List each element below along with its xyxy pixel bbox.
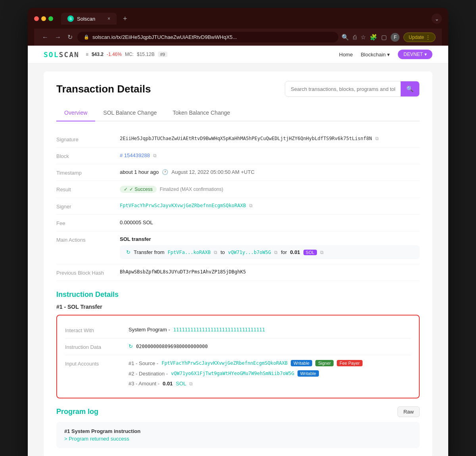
- site-header: SOLSCAN ≡ $43.2 -1.46% MC: $15.12B #9 Ho…: [28, 46, 448, 63]
- account-3-num: #3 - Amount -: [129, 381, 159, 387]
- address-text: solscan.io/tx/2EiiHe5JqpbJTUChaeZwUiAEtR…: [92, 34, 237, 40]
- market-cap: $15.12B: [137, 52, 155, 57]
- signature-label: Signature: [56, 136, 120, 142]
- result-label: Result: [56, 186, 120, 192]
- profile-nav-icon[interactable]: F: [391, 33, 399, 42]
- timestamp-row: Timestamp about 1 hour ago 🕐 August 12, …: [56, 164, 420, 181]
- price-info: ≡ $43.2 -1.46% MC: $15.12B #9: [86, 52, 167, 57]
- transfer-to-address[interactable]: vQW71y...b7oW5G: [228, 250, 271, 255]
- transfer-from-address[interactable]: FptVFa...koRAXB: [168, 250, 211, 255]
- close-traffic-light[interactable]: [34, 16, 39, 21]
- interact-address[interactable]: 11111111111111111111111111111111: [173, 327, 265, 333]
- search-nav-icon[interactable]: 🔍: [342, 34, 349, 41]
- browser-more-btn[interactable]: ⌄: [432, 13, 442, 24]
- tab-token-balance-change[interactable]: Token Balance Change: [165, 105, 238, 121]
- search-button[interactable]: 🔍: [401, 81, 419, 96]
- nav-refresh-button[interactable]: ↻: [66, 33, 74, 42]
- signer-address[interactable]: FptVFacYhPrwScJayvKXvwjGeZRbefnnEcgmSQko…: [120, 203, 246, 208]
- main-actions-value: SOL transfer ↻ Transfer from FptVFa...ko…: [120, 236, 420, 259]
- timestamp-label: Timestamp: [56, 169, 120, 176]
- maximize-traffic-light[interactable]: [48, 16, 53, 21]
- block-link[interactable]: # 154439288: [120, 152, 150, 158]
- bookmark-nav-icon[interactable]: ☆: [361, 34, 366, 41]
- transfer-to-label: to: [221, 249, 225, 255]
- search-input[interactable]: [285, 83, 401, 95]
- fee-row: Fee 0.000005 SOL: [56, 215, 420, 231]
- new-tab-button[interactable]: +: [120, 13, 131, 25]
- fee-value: 0.000005 SOL: [120, 219, 420, 225]
- tab-bar: S Solscan × +: [61, 13, 428, 25]
- account-row-1: #1 - Source - FptVFacYhPrwScJayvKXvwjGeZ…: [129, 360, 363, 366]
- share-nav-icon[interactable]: ⎙: [353, 34, 357, 40]
- prev-block-label: Previous Block Hash: [56, 269, 120, 276]
- transfer-from-label: Transfer from: [134, 249, 165, 255]
- search-icon: 🔍: [406, 85, 414, 92]
- tab-favicon: S: [67, 15, 74, 22]
- feepayer-badge-1: Fee Payer: [337, 360, 363, 366]
- devnet-label: DEVNET: [403, 52, 423, 57]
- finalized-badge: Finalized (MAX confirmations): [160, 187, 223, 192]
- program-log-section: Program log Raw #1 System Program instru…: [56, 406, 420, 448]
- transfer-to-copy-icon[interactable]: ⧉: [274, 250, 278, 255]
- result-row: Result ✓ ✓ Success Finalized (MAX confir…: [56, 181, 420, 198]
- clock-icon: 🕐: [162, 169, 168, 175]
- log-entry-result: > Program returned success: [64, 436, 412, 442]
- main-actions-row: Main Actions SOL transfer ↻ Transfer fro…: [56, 231, 420, 264]
- active-tab[interactable]: S Solscan ×: [61, 13, 117, 25]
- raw-button[interactable]: Raw: [397, 406, 420, 417]
- update-button[interactable]: Update ⋮: [403, 33, 436, 42]
- signer-label: Signer: [56, 203, 120, 210]
- interact-with-row: Interact With System Program - 111111111…: [65, 322, 411, 339]
- browser-titlebar: S Solscan × + ⌄: [34, 13, 442, 25]
- nav-blockchain[interactable]: Blockchain ▾: [361, 52, 390, 58]
- sol-token-badge: SOL: [303, 250, 317, 255]
- prev-block-value: BhApwSBsbZpfWDL8sJUYuDT3rPms1AhvZP185jDB…: [120, 269, 420, 275]
- browser-addressbar: ← → ↻ 🔒 solscan.io/tx/2EiiHe5JqpbJTUChae…: [34, 29, 442, 46]
- traffic-lights: [34, 16, 53, 21]
- address-bar[interactable]: 🔒 solscan.io/tx/2EiiHe5JqpbJTUChaeZwUiAE…: [77, 32, 338, 42]
- interact-with-value: System Program - 11111111111111111111111…: [129, 327, 411, 333]
- detail-rows: Signature 2EiiHe5JqpbJTUChaeZwUiAEtRtvD9…: [56, 131, 420, 281]
- account-1-address[interactable]: FptVFacYhPrwScJayvKXvwjGeZRbefnnEcgmSQko…: [161, 360, 288, 366]
- account-2-num: #2 - Destination -: [129, 371, 168, 377]
- instruction-data-value: ↻ 0200000008096980000000000: [129, 343, 411, 349]
- transfer-from-copy-icon[interactable]: ⧉: [214, 250, 217, 255]
- tab-close-btn[interactable]: ×: [107, 16, 110, 21]
- instruction-section-title: Instruction Details: [56, 291, 420, 299]
- transfer-for-label: for: [281, 249, 287, 255]
- site-nav: Home Blockchain ▾ DEVNET ▾: [339, 50, 432, 59]
- fee-label: Fee: [56, 219, 120, 226]
- signer-copy-icon[interactable]: ⧉: [249, 203, 253, 208]
- instruction-details-section: Instruction Details #1 - SOL Transfer In…: [56, 291, 420, 398]
- nav-back-button[interactable]: ←: [40, 33, 50, 42]
- transfer-amount-copy-icon[interactable]: ⧉: [320, 250, 324, 255]
- devnet-button[interactable]: DEVNET ▾: [398, 50, 432, 59]
- page-title: Transaction Details: [56, 83, 151, 95]
- sidebar-nav-icon[interactable]: ▢: [381, 34, 387, 41]
- account-3-amount: 0.01: [163, 381, 173, 387]
- price-change: -1.46%: [107, 52, 122, 57]
- puzzle-nav-icon[interactable]: 🧩: [370, 34, 377, 41]
- signature-copy-icon[interactable]: ⧉: [375, 136, 379, 141]
- timestamp-value: about 1 hour ago 🕐 August 12, 2022 05:00…: [120, 169, 420, 175]
- tab-title: Solscan: [77, 16, 95, 22]
- log-entry-title: #1 System Program instruction: [64, 428, 412, 434]
- account-row-2: #2 - Destination - vQW71yo6X1FjTwt9gaWtH…: [129, 370, 319, 377]
- instruction-box: Interact With System Program - 111111111…: [56, 315, 420, 398]
- account-3-copy-icon[interactable]: ⧉: [189, 381, 193, 387]
- instruction-data-label: Instruction Data: [65, 343, 129, 350]
- update-btn-label: Update: [409, 35, 424, 40]
- instruction-num: #1 - SOL Transfer: [56, 304, 420, 310]
- minimize-traffic-light[interactable]: [41, 16, 46, 21]
- block-copy-icon[interactable]: ⧉: [153, 153, 157, 158]
- browser-window: S Solscan × + ⌄ ← → ↻ 🔒 solscan.io/tx/2E…: [28, 8, 448, 456]
- tab-overview[interactable]: Overview: [56, 105, 95, 121]
- account-2-address[interactable]: vQW71yo6X1FjTwt9gaWtHYeoGMu7W9ehSmNiib7o…: [171, 371, 294, 376]
- program-log-header: Program log Raw: [56, 406, 420, 417]
- instruction-data-row: Instruction Data ↻ 020000000809698000000…: [65, 339, 411, 355]
- nav-forward-button[interactable]: →: [53, 33, 63, 42]
- signature-row: Signature 2EiiHe5JqpbJTUChaeZwUiAEtRtvD9…: [56, 131, 420, 148]
- nav-home[interactable]: Home: [339, 52, 353, 58]
- sol-price: $43.2: [92, 52, 104, 57]
- tab-sol-balance-change[interactable]: SOL Balance Change: [95, 105, 165, 121]
